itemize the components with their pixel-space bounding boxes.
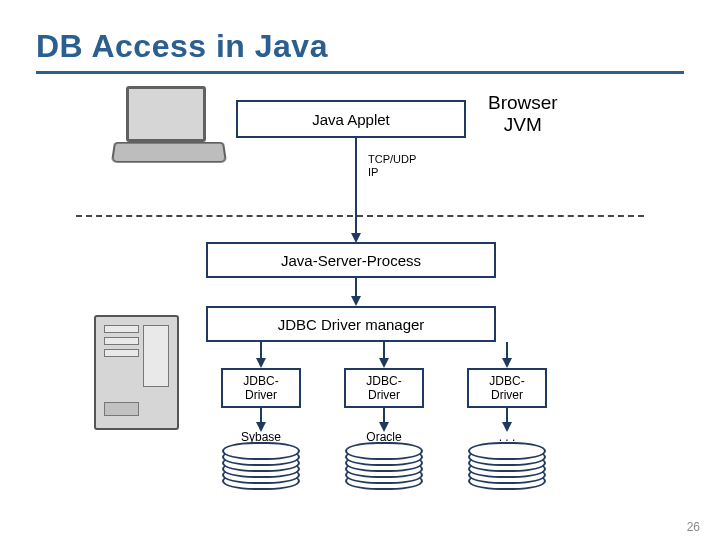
tcp-udp-label: TCP/UDP bbox=[368, 153, 416, 166]
jvm-label: JVM bbox=[488, 114, 558, 136]
page-number: 26 bbox=[687, 520, 700, 534]
svg-marker-3 bbox=[351, 296, 361, 306]
title-underline bbox=[36, 71, 684, 74]
arrow-manager-to-driver-2 bbox=[379, 342, 389, 368]
jdbc-driver-manager-box: JDBC Driver manager bbox=[206, 306, 496, 342]
tier-divider bbox=[76, 215, 644, 217]
driver2-line1: JDBC- bbox=[366, 374, 401, 388]
svg-marker-9 bbox=[502, 358, 512, 368]
svg-marker-7 bbox=[379, 358, 389, 368]
browser-jvm-label: Browser JVM bbox=[488, 92, 558, 136]
arrow-manager-to-driver-1 bbox=[256, 342, 266, 368]
jdbc-driver-box-1: JDBC- Driver bbox=[221, 368, 301, 408]
java-server-process-box: Java-Server-Process bbox=[206, 242, 496, 278]
arrow-server-to-manager bbox=[351, 278, 361, 306]
arrow-driver-to-db-2 bbox=[379, 408, 389, 432]
jdbc-driver-box-3: JDBC- Driver bbox=[467, 368, 547, 408]
page-title: DB Access in Java bbox=[36, 28, 684, 65]
arrow-driver-to-db-3 bbox=[502, 408, 512, 432]
java-applet-label: Java Applet bbox=[312, 111, 390, 128]
arrow-manager-to-driver-3 bbox=[502, 342, 512, 368]
network-protocol-label: TCP/UDP IP bbox=[368, 153, 416, 179]
driver1-line1: JDBC- bbox=[243, 374, 278, 388]
database-icon-3 bbox=[468, 442, 546, 492]
server-icon bbox=[94, 315, 179, 430]
driver2-line2: Driver bbox=[368, 388, 400, 402]
java-applet-box: Java Applet bbox=[236, 100, 466, 138]
laptop-icon bbox=[114, 86, 224, 176]
driver3-line1: JDBC- bbox=[489, 374, 524, 388]
arrow-driver-to-db-1 bbox=[256, 408, 266, 432]
browser-label: Browser bbox=[488, 92, 558, 114]
svg-marker-5 bbox=[256, 358, 266, 368]
driver3-line2: Driver bbox=[491, 388, 523, 402]
arrow-applet-to-server bbox=[351, 138, 361, 243]
architecture-diagram: Java Applet Browser JVM TCP/UDP IP Java-… bbox=[36, 80, 684, 500]
jdbc-driver-manager-label: JDBC Driver manager bbox=[278, 316, 425, 333]
jdbc-driver-box-2: JDBC- Driver bbox=[344, 368, 424, 408]
driver1-line2: Driver bbox=[245, 388, 277, 402]
database-icon-1 bbox=[222, 442, 300, 492]
database-icon-2 bbox=[345, 442, 423, 492]
ip-label: IP bbox=[368, 166, 416, 179]
java-server-process-label: Java-Server-Process bbox=[281, 252, 421, 269]
